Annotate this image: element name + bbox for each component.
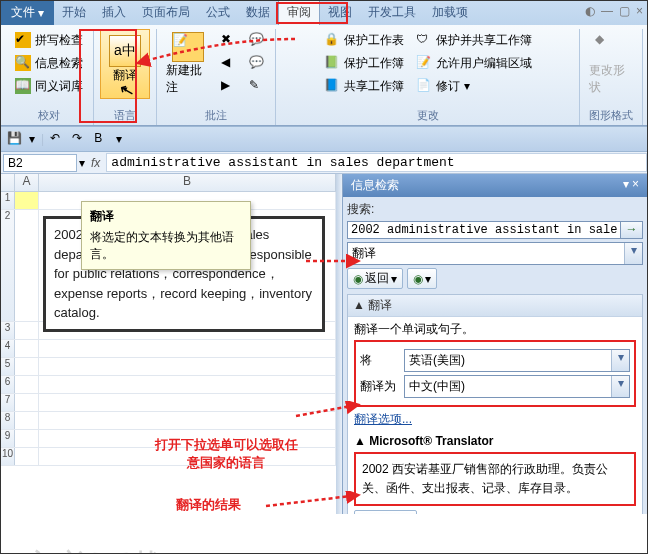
- prev-comment-button[interactable]: ◀: [217, 52, 241, 74]
- shape-icon: ◆: [595, 32, 627, 62]
- file-tab[interactable]: 文件▾: [1, 0, 54, 25]
- watermark: 完美下载: [21, 544, 165, 554]
- tooltip: 翻译 将选定的文本转换为其他语言。: [81, 201, 251, 270]
- section-header[interactable]: ▲ 翻译: [348, 295, 642, 317]
- new-comment-button[interactable]: 📝 新建批注: [163, 29, 213, 99]
- tab-dev[interactable]: 开发工具: [360, 0, 424, 25]
- pane-menu-icon[interactable]: ▾ ×: [623, 177, 639, 194]
- forward-icon: ◉: [413, 272, 423, 286]
- back-icon: ◉: [353, 272, 363, 286]
- group-comments: 📝 新建批注 ✖ ◀ ▶ 💬 💬 ✎ 批注: [157, 29, 276, 125]
- chevron-down-icon[interactable]: ▾: [29, 132, 35, 146]
- lock-icon: 🔒: [324, 32, 340, 48]
- spellcheck-button[interactable]: ✔拼写检查: [11, 29, 87, 51]
- book-lock-icon: 📗: [324, 55, 340, 71]
- name-box[interactable]: [3, 154, 77, 172]
- tab-data[interactable]: 数据: [238, 0, 278, 25]
- to-label: 翻译为: [360, 378, 398, 395]
- tab-review[interactable]: 审阅: [278, 0, 320, 25]
- back-button[interactable]: ◉返回▾: [347, 268, 403, 289]
- prev-icon: ◀: [221, 55, 237, 71]
- quick-access-toolbar: 💾 ▾ | ↶ ↷ B ▾: [1, 126, 647, 152]
- help-icon[interactable]: ◐: [585, 4, 595, 18]
- row-header[interactable]: 9: [1, 430, 15, 447]
- service-dropdown[interactable]: 翻译▾: [347, 242, 643, 265]
- chevron-down-icon: ▾: [611, 350, 629, 371]
- chevron-down-icon[interactable]: ▾: [116, 132, 122, 146]
- show-comment-button[interactable]: 💬: [245, 29, 269, 51]
- to-language-dropdown[interactable]: 中文(中国)▾: [404, 375, 630, 398]
- from-label: 将: [360, 352, 398, 369]
- allow-edit-button[interactable]: 📝允许用户编辑区域: [412, 52, 536, 74]
- col-header-a[interactable]: A: [15, 174, 39, 191]
- insert-button[interactable]: 插入(I) ▾: [354, 510, 417, 514]
- show-all-comments-button[interactable]: 💬: [245, 52, 269, 74]
- minimize-icon[interactable]: —: [601, 4, 613, 18]
- select-all[interactable]: [1, 174, 15, 191]
- thesaurus-button[interactable]: 📖同义词库: [11, 75, 87, 97]
- next-icon: ▶: [221, 78, 237, 94]
- protect-share-button[interactable]: 🛡保护并共享工作簿: [412, 29, 536, 51]
- row-header[interactable]: 3: [1, 322, 15, 339]
- tab-view[interactable]: 视图: [320, 0, 360, 25]
- tab-addins[interactable]: 加载项: [424, 0, 476, 25]
- ink-icon: ✎: [249, 78, 265, 94]
- chevron-down-icon: ▾: [624, 243, 642, 264]
- comment-icon: 💬: [249, 32, 265, 48]
- track-changes-button[interactable]: 📄修订▾: [412, 75, 536, 97]
- fx-icon[interactable]: fx: [85, 156, 106, 170]
- show-ink-button[interactable]: ✎: [245, 75, 269, 97]
- chevron-down-icon: ▾: [464, 79, 470, 93]
- chevron-down-icon: ▾: [611, 376, 629, 397]
- row-header[interactable]: 7: [1, 394, 15, 411]
- translate-icon: a中: [109, 35, 141, 67]
- protect-sheet-button[interactable]: 🔒保护工作表: [320, 29, 408, 51]
- search-go-button[interactable]: →: [621, 221, 643, 239]
- undo-icon[interactable]: ↶: [50, 131, 66, 147]
- tab-layout[interactable]: 页面布局: [134, 0, 198, 25]
- redo-icon[interactable]: ↷: [72, 131, 88, 147]
- annotation-text: 翻译的结果: [176, 496, 241, 514]
- bold-icon[interactable]: B: [94, 131, 110, 147]
- tab-formula[interactable]: 公式: [198, 0, 238, 25]
- chevron-down-icon: ▾: [38, 6, 44, 20]
- save-icon[interactable]: 💾: [7, 131, 23, 147]
- delete-icon: ✖: [221, 32, 237, 48]
- group-changes: 🔒保护工作表 📗保护工作簿 📘共享工作簿 🛡保护并共享工作簿 📝允许用户编辑区域…: [276, 29, 580, 125]
- search-input[interactable]: [347, 221, 621, 239]
- row-header[interactable]: 2: [1, 210, 15, 321]
- row-header[interactable]: 8: [1, 412, 15, 429]
- protect-workbook-button[interactable]: 📗保护工作簿: [320, 52, 408, 74]
- next-comment-button[interactable]: ▶: [217, 75, 241, 97]
- research-button[interactable]: 🔍信息检索: [11, 52, 87, 74]
- translation-options-link[interactable]: 翻译选项...: [354, 411, 636, 428]
- pane-title: 信息检索: [351, 177, 399, 194]
- research-pane: 信息检索▾ × 搜索: → 翻译▾ ◉返回▾ ◉▾ ▲ 翻译 翻译一个单词或句子…: [342, 174, 647, 514]
- formula-input[interactable]: administrative assistant in sales depart…: [106, 153, 647, 172]
- close-icon[interactable]: ×: [636, 4, 643, 18]
- translator-label: ▲ Microsoft® Translator: [354, 434, 636, 448]
- col-header-b[interactable]: B: [39, 174, 336, 191]
- restore-icon[interactable]: ▢: [619, 4, 630, 18]
- comments-icon: 💬: [249, 55, 265, 71]
- tab-start[interactable]: 开始: [54, 0, 94, 25]
- from-language-dropdown[interactable]: 英语(美国)▾: [404, 349, 630, 372]
- row-header[interactable]: 4: [1, 340, 15, 357]
- track-icon: 📄: [416, 78, 432, 94]
- delete-comment-button[interactable]: ✖: [217, 29, 241, 51]
- new-comment-icon: 📝: [172, 32, 204, 62]
- row-header[interactable]: 1: [1, 192, 15, 209]
- tab-insert[interactable]: 插入: [94, 0, 134, 25]
- translation-result: 2002 西安诺基亚厂销售部的行政助理。负责公关、函件、支出报表、记录、库存目录…: [354, 452, 636, 506]
- row-header[interactable]: 6: [1, 376, 15, 393]
- row-header[interactable]: 10: [1, 448, 15, 465]
- share-workbook-button[interactable]: 📘共享工作簿: [320, 75, 408, 97]
- group-proofing: ✔拼写检查 🔍信息检索 📖同义词库 校对: [5, 29, 94, 125]
- group-shape-format: ◆ 更改形状 图形格式: [580, 29, 643, 125]
- thesaurus-icon: 📖: [15, 78, 31, 94]
- change-shape-button[interactable]: ◆ 更改形状: [586, 29, 636, 99]
- annotation-text: 打开下拉选单可以选取任意国家的语言: [151, 436, 301, 472]
- forward-button[interactable]: ◉▾: [407, 268, 437, 289]
- row-header[interactable]: 5: [1, 358, 15, 375]
- share-icon: 📘: [324, 78, 340, 94]
